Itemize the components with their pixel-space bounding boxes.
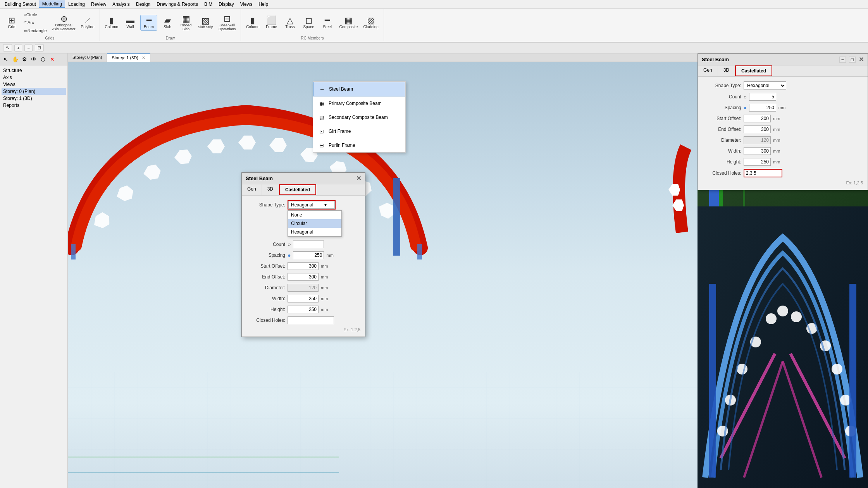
ribbon-btn-slab-strip[interactable]: ▧ Slab Strip: [196, 15, 215, 30]
shape-option-none[interactable]: None: [288, 211, 341, 219]
width-row: Width: mm: [246, 295, 360, 302]
ribbon-btn-wall[interactable]: ▬ Wall: [122, 15, 139, 30]
spacing-radio-filled[interactable]: ●: [288, 252, 291, 258]
left-tool-render[interactable]: ⬡: [39, 55, 47, 64]
shape-option-hexagonal[interactable]: Hexagonal: [288, 228, 341, 236]
tab-storey1-close[interactable]: ✕: [142, 55, 145, 60]
right-width-input[interactable]: [744, 147, 771, 155]
tree-item-structure[interactable]: Structure: [2, 67, 66, 74]
left-tool-delete[interactable]: ✕: [48, 55, 57, 64]
tab-storey1[interactable]: Storey: 1 (3D) ✕: [107, 53, 150, 62]
menu-analysis[interactable]: Analysis: [109, 1, 133, 8]
ribbon-btn-space[interactable]: ◻ Space: [300, 15, 317, 30]
ribbon-btn-grid[interactable]: ⊞ Grid: [3, 15, 20, 30]
left-tool-settings[interactable]: ⚙: [20, 55, 29, 64]
right-closed-holes-input[interactable]: [744, 169, 782, 177]
shape-type-select[interactable]: Hexagonal ▾: [288, 201, 335, 209]
ribbon-btn-composite[interactable]: ▦ Composite: [338, 15, 360, 30]
right-width-row: Width: mm: [703, 147, 863, 155]
tree-item-reports[interactable]: Reports: [2, 102, 66, 109]
ribbon-btn-frame[interactable]: ⬜ Frame: [263, 15, 280, 30]
left-tool-view[interactable]: 👁: [29, 55, 38, 64]
left-tool-select[interactable]: ↖: [2, 55, 10, 64]
start-offset-input[interactable]: [288, 262, 319, 270]
svg-point-38: [766, 313, 777, 324]
menu-views[interactable]: Views: [237, 1, 256, 8]
ribbon-btn-column2[interactable]: ▮ Column: [244, 15, 261, 30]
width-input[interactable]: [288, 295, 319, 302]
menu-modelling[interactable]: Modelling: [39, 0, 65, 8]
ribbon-btn-steel[interactable]: ━ Steel: [319, 15, 336, 30]
tab-storey0[interactable]: Storey: 0 (Plan): [68, 53, 107, 62]
count-radio-empty[interactable]: ○: [288, 241, 291, 247]
dialog-right-tab-castellated[interactable]: Castellated: [735, 65, 772, 76]
menu-bim[interactable]: BIM: [201, 1, 215, 8]
right-end-offset-input[interactable]: [744, 125, 771, 133]
beam-menu-girt-frame[interactable]: ⊡ Girt Frame: [313, 124, 405, 138]
shape-option-circular[interactable]: Circular: [288, 219, 341, 228]
diameter-input[interactable]: [288, 284, 319, 292]
dialog-center-tabs: Gen 3D Castellated: [242, 184, 365, 196]
beam-menu-secondary-composite[interactable]: ▧ Secondary Composite Beam: [313, 110, 405, 124]
ribbon-btn-rectangle[interactable]: ▭ Rectangle: [22, 27, 49, 34]
ribbon-btn-circle[interactable]: ○ Circle: [22, 11, 49, 18]
end-offset-input[interactable]: [288, 273, 319, 281]
menu-drawings-reports[interactable]: Drawings & Reports: [153, 1, 201, 8]
spacing-input[interactable]: [293, 251, 324, 259]
beam-menu-purlin-frame[interactable]: ⊟ Purlin Frame: [313, 138, 405, 152]
menu-loading[interactable]: Loading: [65, 1, 88, 8]
ribbon-btn-ribbed-slab[interactable]: ▦ RibbedSlab: [177, 14, 195, 32]
toolbar-btn-select[interactable]: ↖: [3, 44, 12, 52]
right-count-radio[interactable]: ○: [744, 94, 747, 100]
ribbon-btn-beam[interactable]: ━ Beam: [140, 15, 157, 31]
dialog-center-tab-3d[interactable]: 3D: [262, 184, 279, 195]
dialog-right-minimize[interactable]: −: [839, 57, 846, 63]
dialog-center-tab-castellated[interactable]: Castellated: [279, 184, 316, 195]
ribbon-btn-cladding[interactable]: ▨ Cladding: [361, 15, 380, 30]
ribbon-btn-truss[interactable]: △ Truss: [282, 15, 299, 30]
tree-item-axis[interactable]: Axis: [2, 74, 66, 81]
toolbar-btn-zoom-out[interactable]: −: [24, 45, 32, 52]
ribbon-btn-polyline[interactable]: ⟋ Polyline: [79, 15, 96, 30]
right-spacing-radio[interactable]: ●: [744, 105, 747, 111]
right-start-offset-input[interactable]: [744, 115, 771, 122]
menu-display[interactable]: Display: [215, 1, 237, 8]
right-height-input[interactable]: [744, 158, 771, 166]
column2-icon: ▮: [250, 16, 255, 25]
menu-review[interactable]: Review: [88, 1, 109, 8]
count-input[interactable]: [293, 241, 324, 248]
toolbar-btn-zoom-fit[interactable]: ⊡: [35, 44, 44, 52]
dialog-center-close[interactable]: ✕: [356, 175, 361, 182]
small-arch-svg: [651, 139, 698, 236]
right-count-input[interactable]: [749, 93, 776, 101]
tree-item-storey1[interactable]: Storey: 1 (3D): [2, 95, 66, 102]
tree-item-storey0[interactable]: Storey: 0 (Plan): [2, 88, 66, 95]
beam-menu-steel[interactable]: ━ Steel Beam: [313, 82, 405, 96]
shape-type-value: Hexagonal: [291, 202, 313, 208]
closed-holes-input[interactable]: [288, 316, 334, 324]
ribbon-btn-arc[interactable]: ◠ Arc: [22, 19, 49, 26]
beam-menu-primary-composite[interactable]: ▦ Primary Composite Beam: [313, 96, 405, 110]
toolbar-btn-zoom-in[interactable]: +: [14, 45, 22, 52]
left-tool-pan[interactable]: ✋: [11, 55, 19, 64]
dialog-right-tab-3d[interactable]: 3D: [718, 65, 735, 76]
height-input[interactable]: [288, 306, 319, 313]
ribbon-btn-slab[interactable]: ▰ Slab: [159, 15, 176, 30]
menu-help[interactable]: Help: [255, 1, 271, 8]
main-layout: ↖ ✋ ⚙ 👁 ⬡ ✕ Structure Axis Views Storey:…: [0, 53, 868, 488]
dialog-right-tab-gen[interactable]: Gen: [698, 65, 718, 76]
svg-marker-8: [238, 136, 256, 149]
dialog-right-maximize[interactable]: □: [849, 57, 856, 63]
right-spacing-input[interactable]: [749, 104, 776, 112]
menu-design[interactable]: Design: [133, 1, 153, 8]
dialog-center-tab-gen[interactable]: Gen: [242, 184, 262, 195]
ribbon-btn-shearwall[interactable]: ⊟ ShearwallOperations: [217, 14, 238, 32]
menu-building-setout[interactable]: Building Setout: [2, 1, 39, 8]
draw-group-label: Draw: [166, 35, 175, 40]
ribbon-btn-column[interactable]: ▮ Column: [103, 15, 120, 30]
tree-item-views[interactable]: Views: [2, 81, 66, 88]
dialog-right-close[interactable]: ✕: [859, 56, 864, 63]
ribbon-btn-orthogonal[interactable]: ⊕ OrthogonalAxis Generator: [50, 14, 78, 32]
right-shape-type-select[interactable]: Hexagonal None Circular: [744, 81, 786, 90]
right-diameter-input[interactable]: [744, 136, 771, 144]
